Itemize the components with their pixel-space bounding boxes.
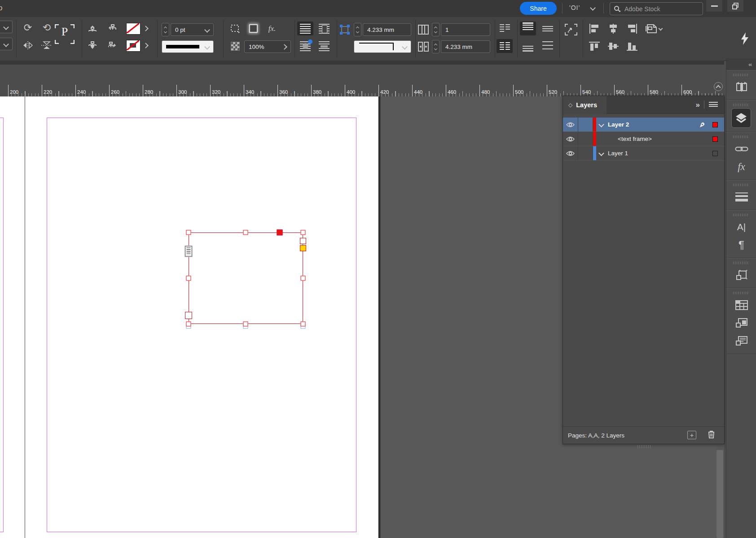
columns-stepper[interactable] (432, 23, 440, 36)
preset-dropdown-bottom[interactable] (0, 38, 13, 50)
stroke-weight-stepper[interactable] (162, 23, 169, 36)
columns-field[interactable]: 1 (441, 23, 490, 36)
align-bottom-vertical-icon[interactable] (520, 39, 536, 53)
dock-grip[interactable] (733, 292, 749, 294)
opacity-field[interactable]: 100% (244, 40, 291, 53)
align-center-vertical-icon[interactable] (540, 22, 556, 35)
pages-panel-icon[interactable] (726, 78, 756, 96)
align-to-page-icon[interactable] (643, 22, 664, 35)
frame-handle-bottom-left[interactable] (186, 322, 191, 327)
minimize-window-button[interactable] (706, 0, 722, 12)
corner-shape-dropdown[interactable] (354, 40, 411, 53)
frame-handle-middle-left[interactable] (186, 276, 191, 281)
select-next-object-icon[interactable] (104, 38, 120, 52)
layers-panel-icon[interactable] (731, 108, 751, 128)
frame-handle-top-center[interactable] (243, 230, 248, 235)
justify-vertical-icon[interactable] (540, 39, 556, 53)
layer-selection-indicator[interactable] (712, 122, 718, 127)
fill-swatch-none[interactable] (126, 23, 141, 35)
paragraph-styles-panel-icon[interactable] (726, 314, 756, 332)
frame-handle-bottom-center[interactable] (243, 322, 248, 327)
columns-icon[interactable] (417, 22, 430, 36)
reference-point-proxy[interactable]: P (55, 24, 75, 44)
dock-grip[interactable] (733, 136, 749, 138)
layer-row[interactable]: Layer 2 (563, 118, 724, 132)
character-styles-panel-icon[interactable] (726, 332, 756, 350)
stroke-swatch-none[interactable] (126, 40, 141, 52)
align-left-edges-icon[interactable] (586, 22, 602, 35)
dock-grip[interactable] (733, 184, 749, 186)
stroke-style-dropdown[interactable] (162, 40, 214, 53)
layer-visibility-toggle[interactable] (563, 146, 578, 160)
layer-lock-cell[interactable] (578, 132, 593, 146)
layer-row[interactable]: Layer 1 (563, 146, 724, 161)
layer-visibility-toggle[interactable] (563, 118, 578, 131)
stroke-swatch-arrow[interactable] (142, 40, 149, 51)
gutter-field[interactable]: 4.233 mm (441, 40, 490, 53)
frame-in-port[interactable] (185, 312, 192, 319)
corner-options-icon[interactable] (227, 22, 243, 35)
layer-visibility-toggle[interactable] (563, 132, 578, 146)
vertical-scrollbar-thumb[interactable] (716, 450, 723, 538)
restore-window-button[interactable] (727, 0, 743, 12)
character-panel-icon[interactable]: A| (726, 218, 756, 236)
stroke-style-chevron[interactable] (205, 45, 209, 49)
flip-horizontal-icon[interactable] (20, 38, 36, 52)
wrap-around-object-shape-icon[interactable] (297, 39, 313, 53)
flip-vertical-icon[interactable] (39, 38, 55, 52)
rotate-ccw-icon[interactable]: ⟲ (39, 21, 55, 35)
frame-rotation-point[interactable] (277, 230, 283, 236)
frame-out-port[interactable] (300, 238, 306, 244)
layer-row[interactable]: <text frame> (563, 132, 724, 146)
balance-columns-on-icon[interactable] (497, 39, 513, 53)
rotate-cw-icon[interactable]: ⟳ (20, 21, 36, 35)
effects-icon[interactable]: fx. (264, 22, 280, 35)
layer-name[interactable]: Layer 1 (608, 150, 628, 157)
gutter-icon[interactable] (417, 39, 430, 53)
balance-columns-off-icon[interactable] (497, 22, 513, 35)
stroke-weight-field[interactable]: 0 pt (171, 23, 214, 36)
layer-name[interactable]: <text frame> (618, 136, 652, 142)
layers-panel-tab[interactable]: ◇ Layers (563, 96, 607, 114)
dock-grip[interactable] (733, 104, 749, 106)
opacity-checker-icon[interactable] (227, 39, 243, 53)
effects-panel-icon[interactable]: fx (726, 158, 756, 176)
horizontal-ruler[interactable]: 2002202402602803003203403603804004204404… (0, 65, 724, 96)
frame-fitting-icon[interactable] (563, 22, 579, 36)
align-bottom-edges-icon[interactable] (624, 39, 640, 53)
corner-radius-proxy-icon[interactable] (338, 22, 351, 36)
frame-handle-top-right[interactable] (301, 230, 306, 235)
object-styles-panel-icon[interactable] (726, 266, 756, 284)
new-layer-button[interactable]: + (687, 431, 696, 439)
collapse-panel-icon[interactable]: » (696, 101, 699, 109)
selected-text-frame[interactable] (189, 232, 303, 324)
panel-menu-icon[interactable] (709, 102, 718, 108)
links-panel-icon[interactable] (726, 140, 756, 158)
no-text-wrap-icon[interactable] (297, 22, 313, 35)
layer-expand-chevron[interactable] (596, 151, 606, 155)
stroke-weight-dropdown[interactable] (205, 28, 209, 32)
select-content-down-icon[interactable] (84, 38, 101, 52)
scroll-up-arrow-icon[interactable] (714, 82, 723, 91)
text-port-icon[interactable] (185, 246, 193, 257)
dock-grip[interactable] (733, 74, 749, 76)
dock-collapse-bar[interactable]: ‹‹ (726, 58, 756, 70)
layer-lock-cell[interactable] (578, 146, 593, 160)
corner-shape-chevron[interactable] (403, 45, 407, 49)
frame-handle-bottom-right[interactable] (301, 322, 306, 327)
live-corner-editor-handle[interactable] (300, 245, 306, 251)
gpu-performance-lightning-icon[interactable] (738, 30, 752, 48)
align-horizontal-centers-icon[interactable] (605, 22, 621, 35)
preset-dropdown-top[interactable] (0, 21, 13, 33)
align-top-edges-icon[interactable] (586, 39, 602, 53)
select-previous-object-icon[interactable] (104, 21, 120, 35)
layer-name[interactable]: Layer 2 (608, 121, 629, 128)
panel-resize-grip[interactable] (637, 445, 651, 448)
paragraph-panel-icon[interactable]: ¶ (726, 236, 756, 254)
corner-radius-field[interactable]: 4.233 mm (363, 23, 411, 36)
frame-handle-top-left[interactable] (186, 230, 191, 235)
align-right-edges-icon[interactable] (624, 22, 640, 35)
layer-expand-chevron[interactable] (596, 122, 606, 127)
align-vertical-centers-icon[interactable] (605, 39, 621, 53)
opacity-arrow[interactable] (282, 45, 286, 49)
